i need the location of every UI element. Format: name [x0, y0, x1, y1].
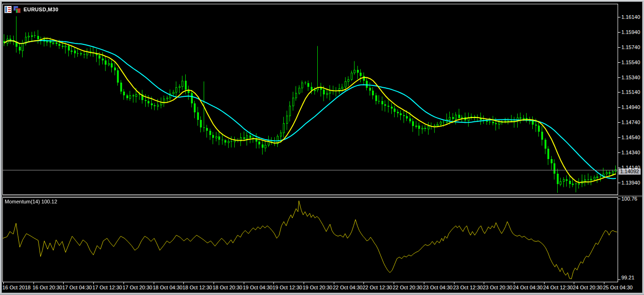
- time-axis-label: 24 Oct 12:30: [543, 285, 573, 290]
- momentum-axis-tick: [618, 279, 620, 280]
- momentum-chart-canvas[interactable]: [3, 198, 618, 282]
- price-axis-label: 1.15540: [621, 59, 640, 65]
- price-axis-label: 1.13940: [621, 180, 640, 185]
- price-axis-label: 1.14940: [621, 104, 640, 110]
- time-axis-label: 18 Oct 20:30: [213, 285, 242, 290]
- momentum-indicator-label: Momentum(14) 100.12: [5, 199, 57, 204]
- price-axis-tick: [618, 77, 620, 78]
- price-axis-tick: [618, 183, 620, 183]
- price-axis-tick: [618, 62, 620, 63]
- time-axis-tick: [273, 282, 274, 284]
- tile-windows-icon: [13, 6, 21, 13]
- price-axis-label: 1.15940: [621, 29, 640, 35]
- time-axis-label: 24 Oct 04:30: [513, 285, 543, 290]
- price-axis-tick: [618, 168, 620, 168]
- time-axis-tick: [124, 282, 124, 284]
- time-axis-tick: [154, 282, 154, 284]
- time-axis-label: 22 Oct 20:30: [393, 285, 422, 290]
- time-axis-tick: [604, 282, 604, 284]
- price-axis-tick: [618, 47, 620, 48]
- current-price-line: [3, 170, 618, 170]
- time-axis-label: 23 Oct 12:30: [453, 285, 483, 290]
- price-axis-label: 1.14540: [621, 135, 640, 140]
- momentum-max-label: 100.76: [621, 196, 637, 202]
- time-axis-label: 16 Oct 20:30: [33, 285, 62, 290]
- price-axis-label: 1.15140: [621, 89, 640, 95]
- price-axis-label: 1.15340: [621, 75, 640, 80]
- time-axis-tick: [244, 282, 244, 284]
- price-axis-tick: [618, 17, 620, 17]
- price-chart-panel: EURUSD,M30: [2, 4, 618, 195]
- time-axis-tick: [544, 282, 545, 284]
- price-axis-label: 1.14140: [621, 165, 640, 170]
- price-axis-tick: [618, 107, 620, 108]
- time-axis-tick: [484, 282, 484, 284]
- time-axis-label: 19 Oct 04:30: [243, 285, 272, 290]
- price-axis-tick: [618, 32, 620, 33]
- time-axis-label: 19 Oct 20:30: [303, 285, 332, 290]
- time-axis-tick: [574, 282, 574, 284]
- time-axis-tick: [214, 282, 214, 284]
- time-axis-tick: [454, 282, 454, 284]
- time-axis[interactable]: 16 Oct 201816 Oct 20:3017 Oct 04:3017 Oc…: [2, 282, 642, 293]
- price-axis[interactable]: 1.14092 1.161401.159401.157401.155401.15…: [618, 4, 642, 195]
- price-axis-tick: [618, 92, 620, 93]
- momentum-min-label: 99.21: [621, 275, 635, 280]
- price-axis-tick: [618, 122, 620, 123]
- price-axis-label: 1.16140: [621, 14, 640, 20]
- candlestick-chart-canvas[interactable]: [3, 4, 618, 194]
- time-axis-tick: [394, 282, 394, 284]
- price-axis-tick: [618, 152, 620, 153]
- time-axis-label: 22 Oct 12:30: [363, 285, 392, 290]
- symbol-timeframe-label: EURUSD,M30: [22, 7, 58, 12]
- time-axis-label: 16 Oct 2018: [2, 285, 31, 290]
- time-axis-label: 25 Oct 04:30: [603, 285, 633, 290]
- time-axis-label: 17 Oct 12:30: [92, 285, 122, 290]
- time-axis-tick: [3, 282, 4, 284]
- time-axis-tick: [424, 282, 424, 284]
- time-axis-label: 23 Oct 04:30: [423, 285, 453, 290]
- price-axis-label: 1.14340: [621, 150, 640, 155]
- price-axis-label: 1.14740: [621, 119, 640, 125]
- time-axis-label: 18 Oct 04:30: [153, 285, 182, 290]
- time-axis-tick: [183, 282, 184, 284]
- chart-client-area: EURUSD,M30 1.14092 1.161401.159401.15740…: [2, 2, 642, 293]
- time-axis-label: 23 Oct 20:30: [483, 285, 512, 290]
- time-axis-tick: [514, 282, 514, 284]
- momentum-axis-tick: [618, 199, 620, 199]
- time-axis-label: 22 Oct 04:30: [333, 285, 363, 290]
- time-axis-tick: [63, 282, 64, 284]
- time-axis-label: 17 Oct 20:30: [123, 285, 152, 290]
- price-axis-label: 1.15740: [621, 44, 640, 50]
- time-axis-tick: [304, 282, 304, 284]
- time-axis-label: 19 Oct 12:30: [272, 285, 302, 290]
- time-axis-label: 17 Oct 04:30: [62, 285, 92, 290]
- time-axis-label: 24 Oct 20:30: [573, 285, 603, 290]
- price-axis-tick: [618, 137, 620, 138]
- time-axis-tick: [93, 282, 94, 284]
- time-axis-tick: [33, 282, 34, 284]
- momentum-indicator-panel: Momentum(14) 100.12: [2, 197, 618, 282]
- time-axis-label: 18 Oct 12:30: [182, 285, 212, 290]
- time-axis-tick: [334, 282, 334, 284]
- momentum-axis[interactable]: 100.76 99.21: [618, 197, 642, 282]
- time-axis-tick: [363, 282, 364, 284]
- chart-legend: EURUSD,M30: [4, 5, 58, 14]
- chart-profile-icon: [4, 6, 12, 13]
- mt4-chart-window: EURUSD,M30 1.14092 1.161401.159401.15740…: [0, 0, 644, 295]
